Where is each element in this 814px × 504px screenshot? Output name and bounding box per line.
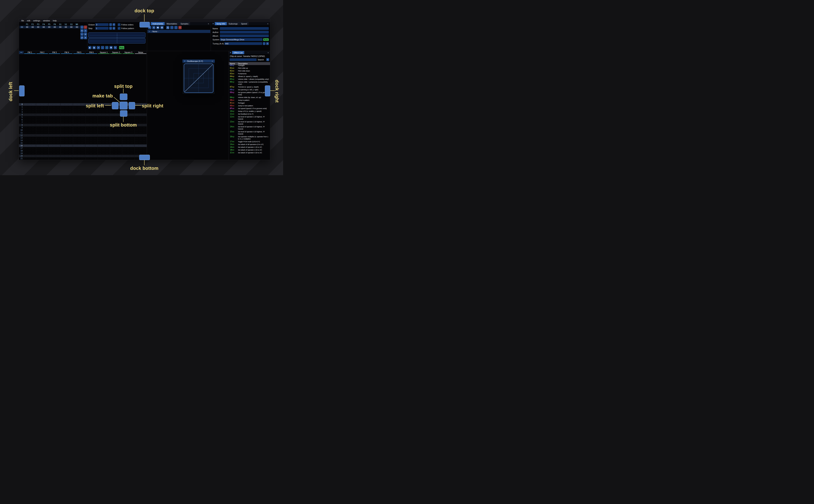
order-pattern-cell[interactable]: 00: [35, 26, 41, 28]
pattern-cell[interactable]: ··· ·· ·· ···: [48, 126, 61, 129]
pattern-cell[interactable]: ··· ·· ·· ···: [73, 157, 85, 160]
pattern-cell[interactable]: ··· ·· ·· ···: [24, 142, 36, 144]
pattern-cell[interactable]: ··· ·· ·· ···: [48, 119, 61, 121]
pattern-cell[interactable]: ··· ·· ·· ···: [60, 121, 73, 124]
pattern-cell[interactable]: ··· ·· ·· ···: [97, 113, 110, 116]
pattern-cell[interactable]: ··· ·· ·· ···: [48, 139, 61, 142]
tuning-decrease-button[interactable]: -: [263, 42, 265, 45]
close-panel-icon[interactable]: ×: [266, 23, 269, 25]
pattern-cell[interactable]: ··· ·· ·· ···: [73, 137, 85, 139]
pattern-cell[interactable]: ··· ·· ·· ···: [85, 108, 97, 111]
pattern-cell[interactable]: ··· ·· ·· ···: [36, 108, 48, 111]
pattern-cell[interactable]: ··· ·· ·· ···: [97, 126, 110, 129]
pattern-cell[interactable]: ··· ·· ·· ···: [48, 147, 61, 150]
pattern-cell[interactable]: ··· ·· ·· ···: [24, 155, 36, 157]
pattern-cell[interactable]: ··· ·· ·· ···: [122, 144, 134, 147]
delete-instrument-button[interactable]: ×: [178, 26, 181, 29]
remove-order-button[interactable]: −: [84, 26, 87, 29]
pattern-cell[interactable]: ··· ·· ·· ···: [110, 147, 122, 150]
edit-record-toggle[interactable]: ●: [105, 46, 108, 49]
move-instrument-down-button[interactable]: ↓: [174, 26, 177, 29]
step-input[interactable]: 1: [95, 27, 109, 30]
order-edit-mode-button[interactable]: ➤: [84, 36, 87, 39]
channel-header-square-2[interactable]: Square 2: [110, 51, 122, 54]
pattern-cell[interactable]: ··· ·· ·· ···: [60, 157, 73, 160]
pattern-cell[interactable]: ··· ·· ·· ···: [48, 152, 61, 155]
pattern-cell[interactable]: ··· ·· ·· ···: [97, 111, 110, 113]
pattern-cell[interactable]: ··· ·· ·· ···: [60, 137, 73, 139]
pattern-cell[interactable]: ··· ·· ·· ···: [97, 144, 110, 147]
pattern-cell[interactable]: ··· ·· ·· ···: [60, 134, 73, 137]
tab-speed[interactable]: Speed: [239, 22, 249, 25]
song-name-field[interactable]: [220, 27, 269, 30]
close-panel-icon[interactable]: ×: [207, 23, 210, 25]
pattern-cell[interactable]: ··· ·· ·· ···: [36, 121, 48, 124]
octave-decrease-button[interactable]: -: [109, 23, 112, 26]
pattern-cell[interactable]: ··· ·· ·· ···: [48, 121, 61, 124]
pattern-cell[interactable]: ··· ·· ·· ···: [85, 139, 97, 142]
channel-header-fm-6[interactable]: FM 6: [85, 51, 97, 54]
pattern-cell[interactable]: ··· ·· ·· ···: [48, 132, 61, 134]
pattern-cell[interactable]: ··· ·· ·· ···: [85, 132, 97, 134]
tab-wavetables[interactable]: Wavetables: [165, 22, 179, 25]
pattern-cell[interactable]: ··· ·· ·· ···: [73, 150, 85, 152]
pattern-cell[interactable]: ··· ·· ·· ···: [36, 113, 48, 116]
pattern-cell[interactable]: ··· ·· ·· ···: [122, 139, 134, 142]
pattern-cell[interactable]: ··· ·· ·· ···: [24, 108, 36, 111]
save-instrument-button[interactable]: [160, 26, 163, 29]
pattern-cell[interactable]: ··· ·· ·· ···: [36, 106, 48, 108]
channel-header-square-3[interactable]: Square 3: [122, 51, 134, 54]
order-pattern-cell[interactable]: 00: [63, 26, 69, 28]
pattern-cell[interactable]: ··· ·· ·· ···: [85, 121, 97, 124]
pattern-cell[interactable]: ··· ·· ·· ···: [24, 126, 36, 129]
duplicate-order-button[interactable]: ⧉: [80, 29, 83, 32]
pattern-cell[interactable]: ··· ·· ·· ···: [60, 108, 73, 111]
open-instrument-button[interactable]: [156, 26, 159, 29]
split-target-top[interactable]: [120, 94, 127, 100]
effect-list-menu-button[interactable]: ≡: [266, 58, 269, 61]
dock-target-right[interactable]: [265, 85, 270, 96]
pattern-cell[interactable]: ··· ·· ·· ···: [122, 152, 134, 155]
toggle-folders-button[interactable]: [166, 26, 169, 29]
pattern-cell[interactable]: ··· ·· ·· ···: [36, 103, 48, 106]
octave-increase-button[interactable]: +: [113, 23, 115, 26]
pattern-cell[interactable]: ··· ·· ·· ···: [60, 111, 73, 113]
pattern-cell[interactable]: ··· ·· ·· ···: [36, 124, 48, 126]
metronome-button[interactable]: [109, 46, 113, 49]
pattern-cell[interactable]: ··· ·· ·· ···: [73, 108, 85, 111]
pattern-cell[interactable]: ··· ·· ·· ···: [36, 142, 48, 144]
pattern-cell[interactable]: ··· ·· ·· ···: [36, 152, 48, 155]
pattern-cell[interactable]: ··· ·· ·· ···: [97, 137, 110, 139]
pattern-cell[interactable]: ··· ·· ·· ···: [24, 152, 36, 155]
octave-input[interactable]: 3: [95, 23, 109, 26]
channel-header-fm-2[interactable]: FM 2: [36, 51, 48, 54]
dock-target-top[interactable]: [139, 22, 150, 27]
effect-search-input[interactable]: [230, 58, 256, 61]
pattern-cell[interactable]: ··· ·· ·· ···: [110, 150, 122, 152]
pattern-cell[interactable]: ··· ·· ·· ···: [24, 134, 36, 137]
make-tab-target[interactable]: [120, 102, 128, 109]
repeat-pattern-button[interactable]: ↻: [114, 46, 117, 49]
pattern-cell[interactable]: ··· ·· ·· ···: [48, 103, 61, 106]
pattern-cell[interactable]: ··· ·· ·· ···: [110, 132, 122, 134]
menu-help[interactable]: help: [51, 19, 58, 22]
pattern-cell[interactable]: ··· ·· ·· ···: [122, 132, 134, 134]
pattern-cell[interactable]: ··· ·· ·· ···: [122, 155, 134, 157]
pattern-cell[interactable]: ··· ·· ·· ···: [24, 137, 36, 139]
pattern-cell[interactable]: ··· ·· ·· ···: [48, 116, 61, 119]
pattern-cell[interactable]: ··· ·· ·· ···: [97, 124, 110, 126]
play-button[interactable]: ▶: [88, 46, 91, 49]
tab-subsongs[interactable]: Subsongs: [227, 22, 239, 25]
pattern-cell[interactable]: ··· ·· ·· ···: [60, 139, 73, 142]
pattern-cell[interactable]: ··· ·· ·· ···: [60, 119, 73, 121]
pattern-cell[interactable]: ··· ·· ·· ···: [85, 157, 97, 160]
pattern-cell[interactable]: ··· ·· ·· ···: [24, 144, 36, 147]
pattern-cell[interactable]: ··· ·· ·· ···: [60, 147, 73, 150]
pattern-cell[interactable]: ··· ·· ·· ···: [85, 119, 97, 121]
pattern-cell[interactable]: ··· ·· ·· ···: [97, 132, 110, 134]
order-pattern-cell[interactable]: 00: [57, 26, 63, 28]
pattern-cell[interactable]: ··· ·· ·· ···: [122, 134, 134, 137]
pattern-cell[interactable]: ··· ·· ·· ···: [134, 113, 147, 116]
pattern-cell[interactable]: ··· ·· ·· ···: [48, 155, 61, 157]
pattern-cell[interactable]: ··· ·· ·· ···: [134, 119, 147, 121]
